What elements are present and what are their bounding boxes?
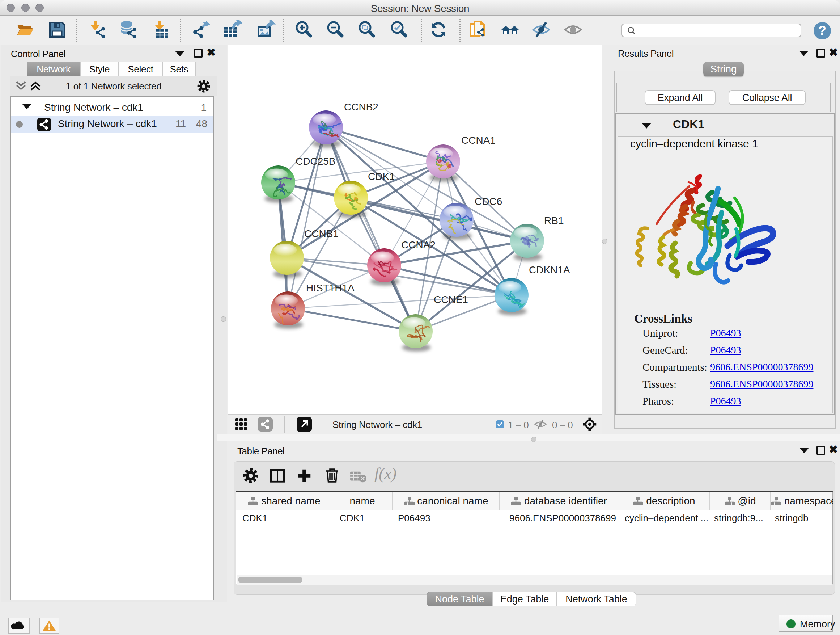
svg-text:CCNE1: CCNE1 [434, 294, 468, 305]
svg-text:CDKN1A: CDKN1A [529, 264, 570, 276]
svg-text:CDC6: CDC6 [475, 196, 502, 207]
svg-text:HIST1H1A: HIST1H1A [306, 282, 355, 294]
svg-text:CDC25B: CDC25B [295, 156, 335, 167]
svg-text:RB1: RB1 [544, 215, 564, 226]
svg-text:CCNB2: CCNB2 [344, 101, 378, 112]
svg-text:CCNA2: CCNA2 [401, 239, 436, 250]
svg-text:CCNB1: CCNB1 [304, 228, 339, 239]
svg-text:CCNA1: CCNA1 [461, 135, 496, 146]
svg-text:CDK1: CDK1 [368, 171, 395, 182]
